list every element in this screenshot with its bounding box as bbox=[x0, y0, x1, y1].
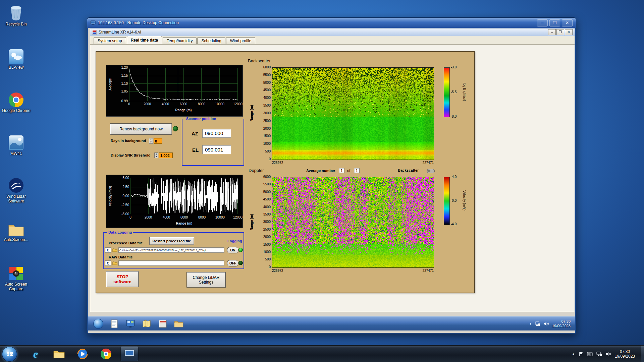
velocity-xtick: 0 bbox=[123, 216, 138, 220]
average-total-value[interactable]: 1 bbox=[354, 168, 360, 173]
renew-background-button[interactable]: Renew background now bbox=[110, 123, 172, 135]
desktop-icon-google-chrome[interactable]: Google Chrome bbox=[1, 90, 32, 113]
rdp-titlebar[interactable]: 192.168.0.150 - Remote Desktop Connectio… bbox=[87, 18, 576, 28]
raw-browse-folder-icon[interactable] bbox=[112, 261, 117, 265]
ytick: 500 bbox=[265, 257, 271, 261]
velocity-xtick: 6000 bbox=[177, 216, 192, 220]
desktop-icon-wind-lidar[interactable]: Wind Lidar Software bbox=[1, 176, 32, 203]
remote-clock[interactable]: 07:30 19/09/2023 bbox=[552, 319, 571, 328]
labview-minimize-button[interactable]: – bbox=[548, 29, 556, 35]
remote-taskbar-map-app[interactable] bbox=[141, 318, 152, 329]
remote-network-icon[interactable] bbox=[535, 321, 540, 326]
el-value-field[interactable]: 090.001 bbox=[202, 145, 231, 154]
hidden-icons-arrow[interactable]: ▲ bbox=[572, 352, 575, 356]
ytick: 2000 bbox=[263, 235, 271, 239]
rdp-maximize-button[interactable]: ❐ bbox=[549, 19, 560, 26]
windows-flag-icon bbox=[6, 351, 13, 358]
rdp-window-icon bbox=[90, 20, 96, 25]
desktop-icon-mw41[interactable]: MW41 bbox=[1, 133, 32, 156]
snr-spinner[interactable]: ▲▼ bbox=[154, 153, 158, 158]
network-icon[interactable] bbox=[596, 352, 602, 356]
start-button[interactable] bbox=[2, 347, 17, 362]
processed-logging-switch[interactable]: ON bbox=[227, 247, 238, 253]
labview-restore-button[interactable]: ❐ bbox=[556, 29, 564, 35]
ascope-graph: A-scope 1.20 1.15 1.10 1.05 0.99 0 2000 … bbox=[106, 65, 243, 117]
desktop-icon-recycle-bin[interactable]: Recycle Bin bbox=[1, 4, 32, 26]
restart-processed-file-button[interactable]: Restart processed file bbox=[149, 237, 194, 245]
ytick: 2500 bbox=[263, 228, 271, 232]
settings-button-line1: Change LiDAR bbox=[193, 275, 219, 280]
desktop-icon-label: Auto Screen Capture bbox=[1, 282, 32, 291]
processed-drive-selector[interactable]: C bbox=[105, 247, 111, 253]
tab-system-setup[interactable]: System setup bbox=[94, 37, 126, 44]
processed-browse-folder-icon[interactable] bbox=[112, 248, 117, 252]
processed-logging-led bbox=[238, 248, 243, 252]
stop-software-button[interactable]: STOP software bbox=[106, 271, 139, 287]
tab-real-time-data[interactable]: Real time data bbox=[127, 36, 162, 44]
taskbar-google-chrome[interactable] bbox=[97, 347, 115, 361]
remote-taskbar-file-explorer[interactable] bbox=[173, 318, 184, 329]
logging-label: Logging bbox=[226, 239, 243, 243]
rays-value[interactable]: 8 bbox=[154, 138, 162, 144]
folder-icon bbox=[53, 349, 65, 359]
desktop-icon-bl-view[interactable]: BL-View bbox=[1, 47, 32, 70]
backscatter-x-end: 227471 bbox=[414, 161, 434, 165]
renew-background-led bbox=[173, 126, 178, 131]
remote-desktop-icon bbox=[124, 349, 135, 359]
doppler-section-title: Doppler bbox=[249, 168, 264, 173]
show-desktop-button[interactable] bbox=[641, 346, 644, 362]
remote-taskbar-streamline-app[interactable] bbox=[157, 318, 168, 329]
raw-drive-selector[interactable]: C bbox=[105, 260, 111, 266]
velocity-xtick: 2000 bbox=[141, 216, 156, 220]
chrome-icon bbox=[1, 90, 32, 107]
volume-icon[interactable] bbox=[606, 352, 611, 356]
labview-titlebar[interactable]: StreamLine XR v14-6.vi – ❐ ✕ bbox=[90, 28, 575, 36]
remote-taskbar-system-app[interactable] bbox=[125, 318, 136, 329]
desktop-icon-label: MW41 bbox=[1, 151, 32, 156]
desktop-icon-autoscreen[interactable]: AutoScreen... bbox=[1, 220, 32, 242]
doppler-colorbar bbox=[444, 177, 450, 225]
remote-volume-icon[interactable] bbox=[544, 321, 549, 326]
host-clock[interactable]: 07:30 19/09/2023 bbox=[615, 349, 635, 359]
desktop: Recycle Bin BL-View Google Chrome MW41 W… bbox=[0, 0, 644, 362]
velocity-y-axis-label: Velocity (m/s) bbox=[108, 178, 113, 214]
az-value-field[interactable]: 090.000 bbox=[202, 129, 231, 138]
doppler-x-start: 226972 bbox=[272, 269, 283, 273]
snr-value[interactable]: 1.002 bbox=[159, 153, 173, 158]
ascope-xtick: 12000 bbox=[230, 102, 245, 106]
tab-scheduling[interactable]: Scheduling bbox=[197, 37, 225, 44]
action-center-flag-icon[interactable] bbox=[579, 352, 583, 357]
velocity-ytick: 2.50 bbox=[115, 185, 129, 189]
taskbar-windows-explorer[interactable] bbox=[50, 347, 68, 361]
taskbar-internet-explorer[interactable]: e bbox=[27, 347, 44, 361]
rays-spinner[interactable]: ▲▼ bbox=[149, 138, 153, 144]
tab-wind-profile[interactable]: Wind profile bbox=[226, 37, 255, 44]
tab-temp-humidity[interactable]: Temp/humidity bbox=[163, 37, 197, 44]
doppler-y-axis-label: Range (m) bbox=[250, 177, 255, 267]
velocity-xtick: 12000 bbox=[230, 216, 245, 220]
el-label: EL bbox=[192, 147, 199, 153]
backscatter-toggle[interactable] bbox=[427, 169, 435, 173]
start-orb-icon bbox=[93, 319, 103, 329]
taskbar-remote-desktop-active[interactable] bbox=[121, 347, 138, 361]
raw-logging-switch[interactable]: OFF bbox=[227, 260, 238, 266]
average-number-value[interactable]: 1 bbox=[339, 168, 344, 173]
desktop-icon-label: AutoScreen... bbox=[1, 237, 32, 242]
ytick: 4500 bbox=[263, 88, 271, 92]
doppler-x-end: 227471 bbox=[414, 269, 434, 273]
change-lidar-settings-button[interactable]: Change LiDAR Settings bbox=[186, 272, 226, 288]
desktop-icon-auto-screen-capture[interactable]: Auto Screen Capture bbox=[1, 264, 32, 291]
input-indicator-icon[interactable] bbox=[587, 352, 593, 356]
remote-taskbar-notepad[interactable] bbox=[109, 318, 120, 329]
raw-path-field[interactable] bbox=[118, 260, 224, 266]
rdp-minimize-button[interactable]: – bbox=[537, 19, 548, 26]
remote-start-orb[interactable] bbox=[93, 318, 104, 329]
labview-close-button[interactable]: ✕ bbox=[565, 29, 573, 35]
taskbar-media-player[interactable] bbox=[74, 347, 91, 361]
backscatter-graph: Range (m) 6000 5500 5000 4500 4000 3500 … bbox=[247, 65, 440, 165]
recycle-bin-icon bbox=[1, 4, 32, 21]
rdp-close-button[interactable]: ✕ bbox=[562, 19, 573, 26]
remote-hidden-icons-arrow[interactable]: ◄ bbox=[529, 322, 532, 325]
ytick: 3500 bbox=[263, 213, 271, 217]
processed-path-field[interactable]: C:\Lidar\Data\Proc\2023\202309\20230919\… bbox=[118, 247, 224, 253]
